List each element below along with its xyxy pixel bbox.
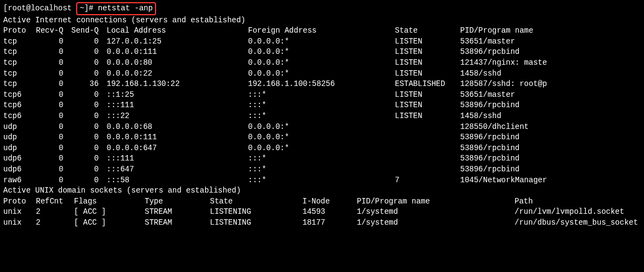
shell-prompt[interactable]: [root@localhost ~]# netstat -anp <box>3 2 641 15</box>
cell-foreign: 0.0.0.0:* <box>248 36 395 47</box>
col-recvq: Recv-Q <box>36 26 71 36</box>
col-local: Local Address <box>107 26 248 36</box>
col-flags: Flags <box>74 196 145 207</box>
cell-local: :::111 <box>107 100 248 111</box>
col-inode: I-Node <box>302 196 357 207</box>
cell-recvq: 0 <box>36 79 71 90</box>
cell-recvq: 0 <box>36 132 71 143</box>
prompt-prefix: [root@localhost <box>3 4 76 13</box>
table-row: tcp 0 0 127.0.0.1:250.0.0.0:*LISTEN53651… <box>3 36 641 47</box>
col-state: State <box>395 26 460 36</box>
col-state: State <box>210 196 302 207</box>
col-foreign: Foreign Address <box>248 26 395 36</box>
cell-state: LISTEN <box>395 69 460 79</box>
cell-foreign: :::* <box>248 175 395 186</box>
cell-recvq: 0 <box>36 175 71 186</box>
col-type: Type <box>145 196 210 207</box>
cell-sendq: 0 <box>71 111 107 122</box>
col-pidprog: PID/Program name <box>460 26 641 36</box>
cell-recvq: 0 <box>36 36 71 47</box>
cell-proto: udp <box>3 143 36 154</box>
cell-path: /run/dbus/system_bus_socket <box>515 218 641 228</box>
cell-recvq: 0 <box>36 58 71 69</box>
table-row: tcp6 0 0 :::22:::*LISTEN1458/sshd <box>3 111 641 122</box>
cell-local: 0.0.0.0:80 <box>107 58 248 69</box>
cell-refcnt: 2 <box>36 207 74 218</box>
table-row: udp 0 0 0.0.0.0:680.0.0.0:*128550/dhclie… <box>3 122 641 133</box>
cell-state: LISTEN <box>395 47 460 58</box>
cell-recvq: 0 <box>36 143 71 154</box>
col-pidprog: PID/Program name <box>357 196 515 207</box>
cell-sendq: 0 <box>71 47 107 58</box>
cell-proto: udp <box>3 122 36 133</box>
cell-local: ::1:25 <box>107 90 248 101</box>
table-row: udp6 0 0 :::111:::*53896/rpcbind <box>3 153 641 164</box>
cell-local: 0.0.0.0:111 <box>107 47 248 58</box>
cell-proto: tcp <box>3 47 36 58</box>
cell-state: LISTEN <box>395 111 460 122</box>
cell-proto: tcp6 <box>3 100 36 111</box>
cell-recvq: 0 <box>36 47 71 58</box>
cell-pidprog: 53896/rpcbind <box>460 100 641 111</box>
cell-pidprog: 53896/rpcbind <box>460 164 641 175</box>
cell-pidprog: 1458/sshd <box>460 111 641 122</box>
cell-sendq: 0 <box>71 36 107 47</box>
cell-foreign: 0.0.0.0:* <box>248 122 395 133</box>
cell-pidprog: 128550/dhclient <box>460 122 641 133</box>
cell-proto: tcp <box>3 69 36 79</box>
cell-sendq: 0 <box>71 90 107 101</box>
col-path: Path <box>515 196 641 207</box>
table-row: tcp6 0 0 ::1:25:::*LISTEN53651/master <box>3 90 641 101</box>
cell-flags: [ ACC ] <box>74 207 145 218</box>
cell-local: 127.0.0.1:25 <box>107 36 248 47</box>
unix-header-row: Proto RefCnt Flags Type State I-Node PID… <box>3 196 641 207</box>
cell-proto: tcp <box>3 58 36 69</box>
cell-sendq: 0 <box>71 132 107 143</box>
cell-proto: tcp <box>3 79 36 90</box>
cell-proto: udp6 <box>3 153 36 164</box>
cell-pidprog: 1/systemd <box>357 218 515 228</box>
cell-state <box>395 164 460 175</box>
cell-recvq: 0 <box>36 111 71 122</box>
cell-flags: [ ACC ] <box>74 218 145 228</box>
table-row: udp6 0 0 :::647:::*53896/rpcbind <box>3 164 641 175</box>
cell-proto: unix <box>3 207 36 218</box>
table-row: raw6 0 0 :::58:::*71045/NetworkManager <box>3 175 641 186</box>
cell-state: LISTENING <box>210 207 302 218</box>
cell-recvq: 0 <box>36 100 71 111</box>
unix-table-body: unix2[ ACC ]STREAMLISTENING145931/system… <box>3 207 641 228</box>
cell-sendq: 0 <box>71 175 107 186</box>
cell-foreign: 0.0.0.0:* <box>248 143 395 154</box>
cell-proto: tcp <box>3 36 36 47</box>
cell-sendq: 0 <box>71 153 107 164</box>
cell-proto: udp <box>3 132 36 143</box>
cell-pidprog: 128587/sshd: root@p <box>460 79 641 90</box>
cell-sendq: 0 <box>71 143 107 154</box>
table-row: tcp6 0 0 :::111:::*LISTEN53896/rpcbind <box>3 100 641 111</box>
cell-local: :::111 <box>107 153 248 164</box>
cell-foreign: :::* <box>248 111 395 122</box>
cell-foreign: 0.0.0.0:* <box>248 47 395 58</box>
cell-foreign: 0.0.0.0:* <box>248 58 395 69</box>
cell-recvq: 0 <box>36 122 71 133</box>
col-sendq: Send-Q <box>71 26 107 36</box>
col-proto: Proto <box>3 196 36 207</box>
cell-foreign: :::* <box>248 90 395 101</box>
cell-pidprog: 53651/master <box>460 36 641 47</box>
cell-local: :::22 <box>107 111 248 122</box>
cell-foreign: 0.0.0.0:* <box>248 132 395 143</box>
cell-pidprog: 1/systemd <box>357 207 515 218</box>
table-row: tcp 0 0 0.0.0.0:220.0.0.0:*LISTEN1458/ss… <box>3 69 641 79</box>
table-row: udp 0 0 0.0.0.0:1110.0.0.0:*53896/rpcbin… <box>3 132 641 143</box>
cell-sendq: 0 <box>71 164 107 175</box>
cell-proto: tcp6 <box>3 111 36 122</box>
cell-recvq: 0 <box>36 153 71 164</box>
cell-sendq: 36 <box>71 79 107 90</box>
cell-state <box>395 122 460 133</box>
cell-local: 0.0.0.0:68 <box>107 122 248 133</box>
inet-table-body: tcp 0 0 127.0.0.1:250.0.0.0:*LISTEN53651… <box>3 36 641 186</box>
cell-inode: 18177 <box>302 218 357 228</box>
cell-sendq: 0 <box>71 100 107 111</box>
cell-local: 0.0.0.0:111 <box>107 132 248 143</box>
col-refcnt: RefCnt <box>36 196 74 207</box>
